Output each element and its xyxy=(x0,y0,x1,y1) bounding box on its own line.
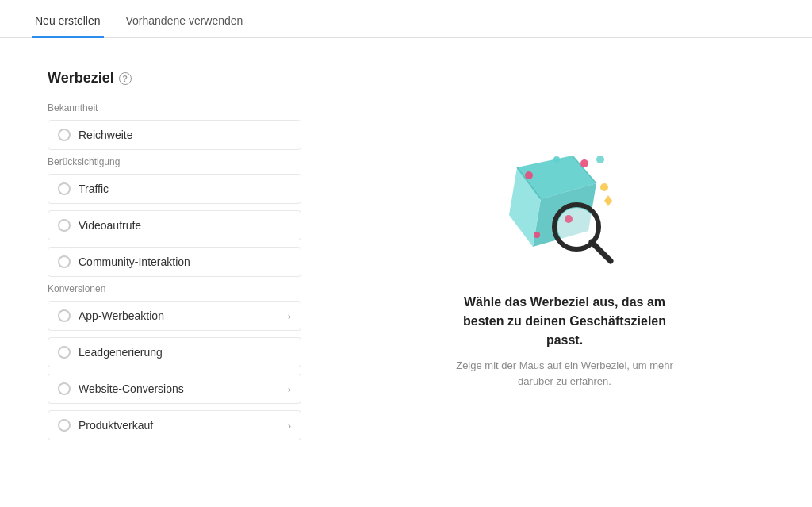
category-label-konversionen: Konversionen xyxy=(48,283,301,294)
radio-community-interaktion xyxy=(58,255,71,268)
option-label-website-conversions: Website-Conversions xyxy=(79,382,288,395)
chevron-icon-produktverkauf: › xyxy=(288,420,291,432)
option-videoaufrufe[interactable]: Videoaufrufe xyxy=(48,210,301,240)
page-container: Neu erstellen Vorhandene verwenden Werbe… xyxy=(0,0,812,507)
illustration xyxy=(493,144,636,271)
chevron-icon-website-conversions: › xyxy=(288,383,291,395)
svg-point-9 xyxy=(553,156,560,163)
option-produktverkauf[interactable]: Produktverkauf › xyxy=(48,410,301,440)
svg-point-10 xyxy=(596,156,604,163)
option-label-reichweite: Reichweite xyxy=(79,129,291,141)
category-label-bekanntheit: Bekanntheit xyxy=(48,102,301,113)
svg-point-6 xyxy=(580,159,588,167)
svg-line-14 xyxy=(592,242,611,261)
section-title: Werbeziel ? xyxy=(48,70,301,86)
left-panel: Werbeziel ? Bekanntheit Reichweite Berüc… xyxy=(48,70,301,447)
svg-point-8 xyxy=(534,232,540,238)
tabs-bar: Neu erstellen Vorhandene verwenden xyxy=(0,0,812,38)
help-icon[interactable]: ? xyxy=(119,72,132,85)
svg-point-7 xyxy=(600,183,608,191)
option-app-werbeaktion[interactable]: App-Werbeaktion › xyxy=(48,301,301,331)
tab-neu-erstellen[interactable]: Neu erstellen xyxy=(32,5,104,38)
option-label-app-werbeaktion: App-Werbeaktion xyxy=(79,309,288,322)
svg-point-15 xyxy=(565,215,573,223)
tab-vorhandene-verwenden[interactable]: Vorhandene verwenden xyxy=(123,5,247,38)
option-label-produktverkauf: Produktverkauf xyxy=(79,419,288,432)
option-traffic[interactable]: Traffic xyxy=(48,174,301,204)
chevron-icon-app-werbeaktion: › xyxy=(288,310,291,322)
option-community-interaktion[interactable]: Community-Interaktion xyxy=(48,247,301,277)
option-reichweite[interactable]: Reichweite xyxy=(48,120,301,150)
option-website-conversions[interactable]: Website-Conversions › xyxy=(48,374,301,404)
radio-videoaufrufe xyxy=(58,219,71,232)
option-leadgenerierung[interactable]: Leadgenerierung xyxy=(48,337,301,367)
svg-marker-11 xyxy=(604,195,612,206)
option-label-videoaufrufe: Videoaufrufe xyxy=(79,219,291,232)
radio-website-conversions xyxy=(58,382,71,395)
right-subtext: Zeige mit der Maus auf ein Werbeziel, um… xyxy=(454,358,676,389)
section-title-text: Werbeziel xyxy=(48,70,114,86)
svg-point-5 xyxy=(525,171,533,179)
radio-produktverkauf xyxy=(58,419,71,432)
option-label-traffic: Traffic xyxy=(79,182,291,195)
radio-leadgenerierung xyxy=(58,346,71,359)
category-label-beruecksichtigung: Berücksichtigung xyxy=(48,156,301,167)
radio-app-werbeaktion xyxy=(58,309,71,322)
option-label-leadgenerierung: Leadgenerierung xyxy=(79,346,291,359)
content-area: Werbeziel ? Bekanntheit Reichweite Berüc… xyxy=(0,38,812,478)
right-heading: Wähle das Werbeziel aus, das am besten z… xyxy=(454,293,676,350)
option-label-community-interaktion: Community-Interaktion xyxy=(79,255,291,268)
radio-traffic xyxy=(58,182,71,195)
radio-reichweite xyxy=(58,129,71,141)
right-panel: Wähle das Werbeziel aus, das am besten z… xyxy=(349,70,780,447)
